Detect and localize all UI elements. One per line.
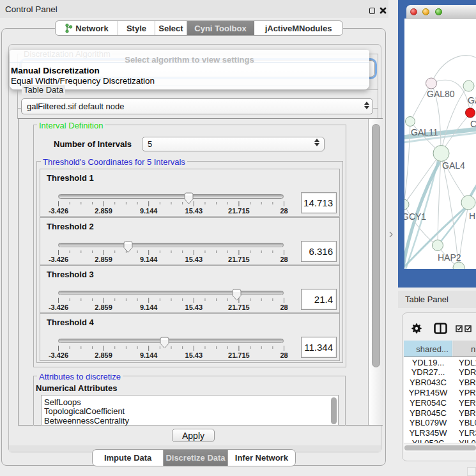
svg-text:C: C	[470, 119, 476, 129]
svg-text:GAL80: GAL80	[427, 89, 455, 99]
svg-text:HAP2: HAP2	[438, 252, 461, 263]
svg-text:GA: GA	[468, 95, 476, 105]
svg-text:GAL4: GAL4	[442, 160, 465, 171]
svg-text:GAL11: GAL11	[411, 127, 438, 137]
svg-text:H: H	[469, 211, 475, 221]
svg-text:GCY1: GCY1	[404, 211, 426, 222]
